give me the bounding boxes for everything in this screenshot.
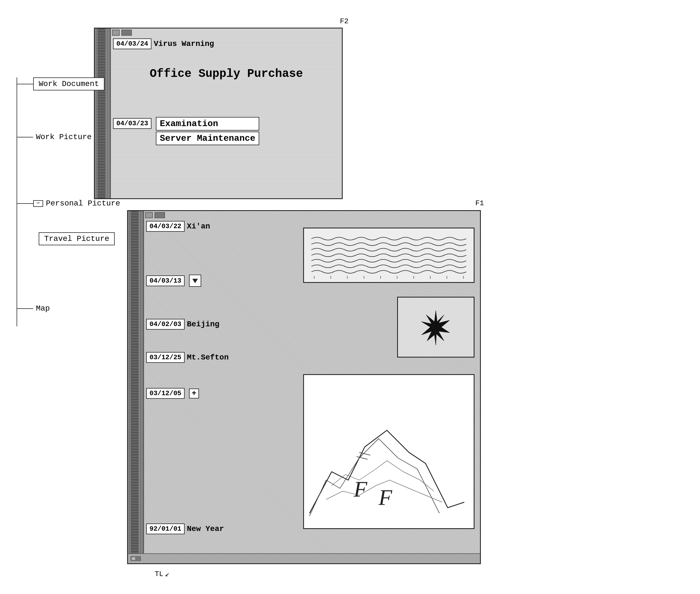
panel-f1: 04/03/22 Xi'an: [127, 210, 481, 564]
row-xian: 04/03/22 Xi'an: [144, 221, 210, 232]
text-newyear: New Year: [187, 525, 224, 533]
arrow-svg: [191, 276, 199, 285]
row-031205: 03/12/05 +: [144, 388, 199, 399]
sidebar-item-work-document[interactable]: Work Document: [16, 77, 104, 91]
date-040313: 04/03/13: [146, 275, 185, 286]
date-040324: 04/03/24: [113, 38, 151, 49]
f1-label: F1: [475, 199, 484, 207]
row-examination: 04/03/23 Examination Server Maintenance: [111, 117, 259, 145]
scroll-strip[interactable]: [128, 553, 480, 563]
date-920101: 92/01/01: [146, 524, 185, 534]
thumb-wavy-lines: [303, 228, 475, 283]
row-newyear: 92/01/01 New Year: [144, 524, 224, 534]
text-server-maintenance: Server Maintenance: [156, 132, 259, 145]
f2-label: F2: [340, 17, 348, 26]
text-office-supply: Office Supply Purchase: [150, 67, 303, 80]
date-031205: 03/12/05: [146, 388, 185, 399]
panel-f1-icon-row: [145, 212, 165, 218]
svg-line-12: [356, 457, 368, 459]
text-virus-warning: Virus Warning: [154, 39, 214, 48]
thumb-mountain: F F: [303, 374, 475, 529]
text-beijing: Beijing: [187, 320, 219, 329]
svg-marker-10: [193, 279, 198, 283]
sidebar-label-map: Map: [36, 304, 50, 313]
row-040313: 04/03/13: [144, 274, 201, 287]
svg-rect-16: [132, 557, 135, 560]
svg-text:F: F: [353, 477, 368, 501]
row-mtsefton: 03/12/25 Mt.Sefton: [144, 352, 229, 363]
sidebar-box-work-document: Work Document: [33, 77, 104, 91]
sidebar-item-map[interactable]: Map: [16, 304, 50, 313]
examination-block: Examination Server Maintenance: [156, 117, 259, 145]
mini-icon-1: [112, 30, 120, 36]
row-beijing: 04/02/03 Beijing: [144, 319, 219, 330]
date-040323: 04/03/23: [113, 118, 151, 129]
date-040203: 04/02/03: [146, 319, 185, 330]
wavy-svg: [309, 230, 469, 280]
minus-icon[interactable]: [33, 200, 43, 207]
col-strip-f2: [95, 29, 111, 198]
svg-text:F: F: [378, 485, 392, 510]
col-strip-f1: [128, 211, 144, 563]
mountain-svg: F F: [304, 375, 470, 524]
down-arrow-icon: [189, 274, 201, 287]
sidebar-hline-map: [16, 308, 33, 309]
sidebar-label-travel-picture: Travel Picture: [44, 234, 109, 243]
date-040322: 04/03/22: [146, 221, 185, 232]
tl-arrow-icon: ↙: [165, 570, 169, 579]
thumb-star: [397, 297, 475, 358]
sidebar-label-work-document: Work Document: [39, 80, 99, 88]
sidebar-hline-work-document: [16, 84, 33, 84]
star-svg: [414, 305, 458, 349]
wavy-content: [304, 228, 474, 282]
date-031225: 03/12/25: [146, 352, 185, 363]
mini-icon-f1-1: [145, 212, 153, 218]
row-virus-warning: 04/03/24 Virus Warning: [111, 38, 214, 49]
mini-icon-f1-2: [154, 212, 165, 218]
tl-label: TL ↙: [155, 570, 169, 579]
col-strip-inner-f2: [98, 29, 105, 198]
sidebar-label-work-picture: Work Picture: [36, 133, 92, 141]
sidebar-label-personal-picture: Personal Picture: [46, 199, 120, 208]
col-strip-inner-f1: [131, 211, 138, 563]
sidebar-hline-work-picture: [16, 137, 33, 137]
sidebar-item-work-picture[interactable]: Work Picture: [16, 133, 92, 141]
tl-text: TL: [155, 570, 163, 578]
text-xian: Xi'an: [187, 222, 210, 231]
text-examination: Examination: [156, 117, 259, 131]
row-office-supply: Office Supply Purchase: [111, 67, 342, 80]
sidebar-box-travel-picture: Travel Picture: [39, 232, 115, 245]
sidebar-hline-personal-picture: [16, 203, 33, 204]
mini-icon-2: [121, 30, 132, 36]
panel-f2-icon-row: [112, 30, 132, 36]
panel-f2: 04/03/24 Virus Warning Office Supply Pur…: [94, 28, 343, 199]
sidebar-item-travel-picture[interactable]: Travel Picture: [39, 232, 115, 245]
scroll-indicator-svg: [130, 555, 141, 562]
text-mtsefton: Mt.Sefton: [187, 353, 229, 362]
sidebar-item-personal-picture[interactable]: Personal Picture: [16, 199, 120, 208]
plus-icon: +: [189, 389, 199, 398]
